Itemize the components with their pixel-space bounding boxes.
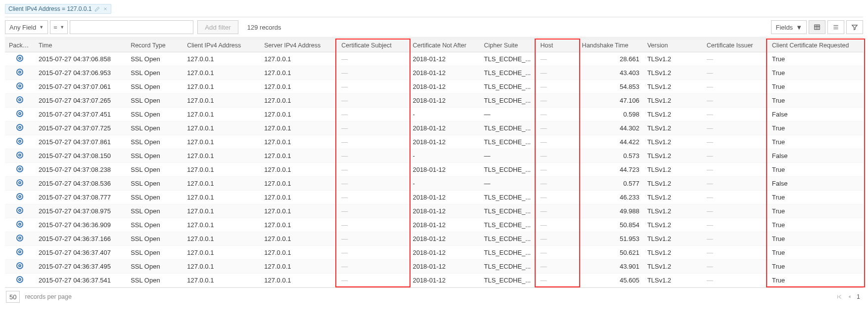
- packet-icon[interactable]: [16, 96, 23, 103]
- operator-select[interactable]: ≈ ▼: [50, 20, 68, 34]
- column-header[interactable]: Client Certificate Requested: [768, 39, 863, 52]
- column-header[interactable]: Certificate Subject: [337, 39, 409, 52]
- cell-client-cert-req: True: [768, 246, 863, 260]
- filter-tag-text: Client IPv4 Address = 127.0.0.1: [8, 5, 91, 12]
- cell-cert-issuer: —: [703, 80, 768, 94]
- column-header[interactable]: Certificate Not After: [409, 39, 480, 52]
- value-input[interactable]: [70, 20, 193, 34]
- column-header[interactable]: Version: [643, 39, 703, 52]
- packet-icon[interactable]: [16, 221, 23, 228]
- packet-icon[interactable]: [16, 138, 23, 145]
- packet-icon[interactable]: [16, 207, 23, 214]
- filter-toggle-button[interactable]: [846, 20, 863, 34]
- cell-cert-subject: —: [337, 121, 409, 135]
- table-row[interactable]: 2015-07-27 04:37:08.536SSL Open127.0.0.1…: [5, 177, 863, 191]
- table-row[interactable]: 2015-07-27 04:37:07.451SSL Open127.0.0.1…: [5, 108, 863, 121]
- column-header[interactable]: Server IPv4 Address: [260, 39, 337, 52]
- column-header[interactable]: Time: [35, 39, 127, 52]
- packet-icon[interactable]: [16, 152, 23, 159]
- packet-icon[interactable]: [16, 179, 23, 186]
- page-size-select[interactable]: 50: [6, 291, 20, 303]
- cell-version: TLSv1.2: [643, 94, 703, 108]
- cell-record-type: SSL Open: [127, 204, 183, 218]
- cell-cert-not-after: 2018-01-12: [409, 94, 480, 108]
- cell-record-type: SSL Open: [127, 246, 183, 260]
- packet-icon[interactable]: [16, 165, 23, 172]
- cell-cert-not-after: 2018-01-12: [409, 52, 480, 66]
- column-header[interactable]: Handshake Time: [578, 39, 643, 52]
- column-header[interactable]: Certificate Issuer: [703, 39, 768, 52]
- funnel-icon: [851, 24, 858, 31]
- packet-icon[interactable]: [16, 55, 23, 62]
- pencil-icon[interactable]: [94, 6, 100, 12]
- cell-client-cert-req: True: [768, 274, 863, 287]
- table-row[interactable]: 2015-07-27 04:37:08.238SSL Open127.0.0.1…: [5, 163, 863, 177]
- cell-server-ip: 127.0.0.1: [260, 163, 337, 177]
- packet-icon[interactable]: [16, 110, 23, 117]
- table-row[interactable]: 2015-07-27 04:37:08.150SSL Open127.0.0.1…: [5, 149, 863, 163]
- packet-icon[interactable]: [16, 69, 23, 76]
- table-row[interactable]: 2015-07-27 04:37:07.725SSL Open127.0.0.1…: [5, 121, 863, 135]
- close-icon[interactable]: [103, 6, 108, 11]
- cell-cert-not-after: 2018-01-12: [409, 274, 480, 287]
- caret-down-icon: ▼: [39, 25, 44, 30]
- cell-version: TLSv1.2: [643, 218, 703, 232]
- cell-cert-not-after: 2018-01-12: [409, 218, 480, 232]
- table-row[interactable]: 2015-07-27 04:36:37.166SSL Open127.0.0.1…: [5, 232, 863, 246]
- cell-cert-not-after: 2018-01-12: [409, 246, 480, 260]
- packet-icon[interactable]: [16, 193, 23, 200]
- cell-version: TLSv1.2: [643, 149, 703, 163]
- table-row[interactable]: 2015-07-27 04:37:06.953SSL Open127.0.0.1…: [5, 66, 863, 80]
- packet-icon[interactable]: [16, 248, 23, 255]
- cell-client-cert-req: True: [768, 163, 863, 177]
- list-icon: [832, 24, 839, 31]
- packet-icon[interactable]: [16, 262, 23, 269]
- column-header[interactable]: Cipher Suite: [480, 39, 537, 52]
- column-header[interactable]: Client IPv4 Address: [183, 39, 260, 52]
- table-icon: [814, 24, 821, 31]
- packet-icon[interactable]: [16, 235, 23, 241]
- column-header[interactable]: Record Type: [127, 39, 183, 52]
- column-header[interactable]: Packets: [5, 39, 35, 52]
- cell-cipher-suite: TLS_ECDHE_...: [480, 121, 537, 135]
- filter-tag[interactable]: Client IPv4 Address = 127.0.0.1: [5, 4, 111, 14]
- svg-rect-0: [815, 25, 820, 29]
- packet-icon[interactable]: [16, 82, 23, 89]
- cell-cipher-suite: TLS_ECDHE_...: [480, 163, 537, 177]
- table-row[interactable]: 2015-07-27 04:37:08.975SSL Open127.0.0.1…: [5, 204, 863, 218]
- prev-page-icon[interactable]: [847, 294, 853, 300]
- cell-time: 2015-07-27 04:37:07.861: [35, 135, 127, 149]
- column-header[interactable]: Host: [537, 39, 578, 52]
- table-row[interactable]: 2015-07-27 04:36:37.495SSL Open127.0.0.1…: [5, 260, 863, 274]
- table-row[interactable]: 2015-07-27 04:37:07.861SSL Open127.0.0.1…: [5, 135, 863, 149]
- fields-button[interactable]: Fields ▼: [771, 20, 807, 34]
- cell-version: TLSv1.2: [643, 52, 703, 66]
- cell-cert-not-after: -: [409, 177, 480, 191]
- cell-handshake-time: 44.723: [578, 163, 643, 177]
- cell-handshake-time: 44.302: [578, 121, 643, 135]
- packet-icon[interactable]: [16, 276, 23, 283]
- cell-cert-not-after: 2018-01-12: [409, 121, 480, 135]
- table-row[interactable]: 2015-07-27 04:36:37.541SSL Open127.0.0.1…: [5, 274, 863, 287]
- cell-cert-subject: —: [337, 274, 409, 287]
- cell-cipher-suite: TLS_ECDHE_...: [480, 191, 537, 204]
- add-filter-button[interactable]: Add filter: [197, 20, 238, 34]
- view-table-button[interactable]: [809, 20, 825, 34]
- caret-down-icon: ▼: [796, 24, 802, 31]
- cell-cert-subject: —: [337, 94, 409, 108]
- records-table: PacketsTimeRecord TypeClient IPv4 Addres…: [5, 39, 863, 287]
- cell-version: TLSv1.2: [643, 121, 703, 135]
- packet-icon[interactable]: [16, 124, 23, 131]
- cell-host: —: [537, 274, 578, 287]
- table-row[interactable]: 2015-07-27 04:36:37.407SSL Open127.0.0.1…: [5, 246, 863, 260]
- cell-cert-not-after: 2018-01-12: [409, 204, 480, 218]
- table-row[interactable]: 2015-07-27 04:37:06.858SSL Open127.0.0.1…: [5, 52, 863, 66]
- table-row[interactable]: 2015-07-27 04:36:36.909SSL Open127.0.0.1…: [5, 218, 863, 232]
- first-page-icon[interactable]: [836, 293, 843, 300]
- view-list-button[interactable]: [827, 20, 844, 34]
- table-row[interactable]: 2015-07-27 04:37:07.265SSL Open127.0.0.1…: [5, 94, 863, 108]
- table-row[interactable]: 2015-07-27 04:37:08.777SSL Open127.0.0.1…: [5, 191, 863, 204]
- field-select[interactable]: Any Field ▼: [5, 20, 48, 34]
- table-row[interactable]: 2015-07-27 04:37:07.061SSL Open127.0.0.1…: [5, 80, 863, 94]
- pagination-footer: 50 records per page 1: [5, 288, 863, 306]
